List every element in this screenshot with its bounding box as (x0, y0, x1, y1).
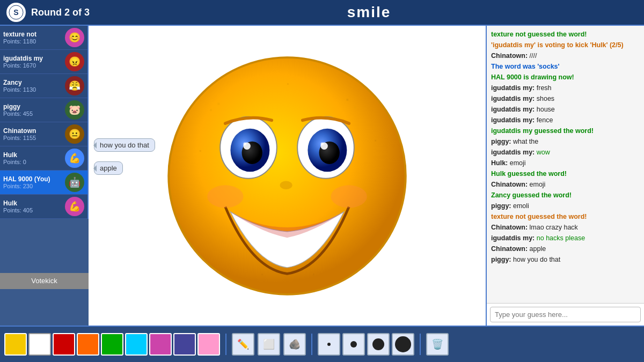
msg-sender: Chinatown: (491, 224, 528, 231)
svg-rect-21 (375, 139, 376, 141)
player-item[interactable]: Hulk Points: 405 💪 (0, 195, 87, 219)
chat-message: igudatdis my: house (491, 104, 640, 115)
avatar: 😠 (65, 52, 84, 71)
svg-rect-3 (210, 109, 212, 111)
brush-size-btn[interactable] (318, 333, 340, 356)
player-name: piggy (3, 103, 63, 110)
player-info: texture not Points: 1180 (3, 31, 63, 45)
svg-point-16 (320, 142, 324, 145)
player-item[interactable]: Zancy Points: 1130 😤 (0, 74, 87, 98)
pencil-tool[interactable]: ✏️ (232, 333, 254, 356)
chat-input[interactable] (490, 307, 641, 322)
chat-message: 'igudatdis my' is voting to kick 'Hulk' … (491, 40, 640, 50)
chat-message: piggy: emoli (491, 201, 640, 211)
player-info: Zancy Points: 1130 (3, 79, 63, 93)
chat-message: igudatdis my: wow (491, 147, 640, 158)
toolbar: ✏️ ⬜ 🪨 🗑️ (0, 326, 644, 362)
canvas-area: how you do that apple (89, 26, 486, 326)
player-points: Points: 230 (3, 183, 63, 189)
svg-rect-4 (217, 102, 219, 105)
svg-rect-5 (354, 106, 356, 108)
player-item[interactable]: igudatdis my Points: 1670 😠 (0, 50, 87, 74)
svg-point-25 (327, 343, 331, 346)
brush-size-btn[interactable] (367, 333, 390, 356)
players-panel: texture not Points: 1180 😊 igudatdis my … (0, 26, 89, 219)
player-name: texture not (3, 31, 63, 38)
player-name: Zancy (3, 79, 63, 86)
svg-point-27 (372, 338, 384, 350)
player-item[interactable]: texture not Points: 1180 😊 (0, 26, 87, 50)
chat-message: Zancy guessed the word! (491, 190, 640, 201)
color-swatch[interactable] (28, 333, 51, 356)
trash-tool[interactable]: 🗑️ (426, 333, 449, 356)
round-info: Round 2 of 3 (31, 7, 90, 18)
color-swatch[interactable] (77, 333, 99, 356)
color-swatch[interactable] (173, 333, 196, 356)
chat-message: Chinatown: //// (491, 50, 640, 61)
chat-bubble-1: how you do that (94, 138, 155, 152)
fill-tool[interactable]: 🪨 (283, 333, 306, 356)
msg-text: how you do that (513, 256, 560, 263)
smiley-drawing (158, 47, 416, 305)
svg-rect-23 (261, 274, 263, 275)
msg-text: lmao crazy hack (530, 224, 578, 231)
player-points: Points: 0 (3, 159, 63, 165)
avatar: 😐 (65, 124, 84, 144)
color-swatch[interactable] (101, 333, 123, 356)
chat-message: igudatdis my: shoes (491, 93, 640, 104)
chat-message: igudatdis my: no hacks please (491, 233, 640, 243)
player-item[interactable]: piggy Points: 455 🐷 (0, 98, 87, 122)
header: S Round 2 of 3 smile (0, 0, 644, 26)
msg-text: fresh (537, 84, 552, 92)
msg-text: no hacks please (537, 234, 585, 242)
chat-message: Chinatown: apple (491, 243, 640, 254)
svg-rect-24 (313, 274, 314, 275)
player-info: Hulk Points: 0 (3, 151, 63, 165)
msg-text: emoji (530, 181, 546, 188)
eraser-tool[interactable]: ⬜ (258, 333, 280, 356)
color-swatch[interactable] (125, 333, 148, 356)
svg-text:S: S (13, 8, 18, 17)
svg-point-26 (350, 341, 357, 348)
chat-message: texture not guessed the word! (491, 29, 640, 40)
svg-rect-22 (287, 83, 289, 85)
color-swatch[interactable] (197, 333, 220, 356)
brush-size-btn[interactable] (342, 333, 365, 356)
msg-sender: igudatdis my: (491, 106, 535, 113)
msg-sender: Chinatown: (491, 245, 528, 253)
player-info: piggy Points: 455 (3, 103, 63, 117)
brush-size-btn[interactable] (392, 333, 414, 356)
chat-message: Chinatown: emoji (491, 179, 640, 190)
color-swatch[interactable] (53, 333, 75, 356)
player-info: Hulk Points: 405 (3, 200, 63, 213)
msg-text: house (537, 106, 555, 113)
player-name: Chinatown (3, 127, 63, 135)
chat-message: Chinatown: lmao crazy hack (491, 222, 640, 233)
player-item[interactable]: Hulk Points: 0 💪 (0, 146, 87, 171)
player-item[interactable]: Chinatown Points: 1155 😐 (0, 122, 87, 146)
msg-sender: igudatdis my: (491, 84, 535, 92)
chat-messages: texture not guessed the word!'igudatdis … (487, 26, 644, 303)
player-points: Points: 1180 (3, 38, 63, 45)
msg-text: emoji (510, 159, 526, 167)
player-points: Points: 1670 (3, 62, 63, 69)
svg-rect-20 (200, 150, 201, 152)
msg-text: apple (530, 245, 546, 253)
chat-message: Hulk guessed the word! (491, 168, 640, 179)
color-swatch[interactable] (4, 333, 27, 356)
avatar: 🐷 (65, 100, 84, 120)
msg-sender: piggy: (491, 138, 511, 145)
msg-text: //// (530, 52, 537, 60)
player-item[interactable]: HAL 9000 (You) Points: 230 🤖 (0, 171, 87, 195)
votekick-button[interactable]: Votekick (0, 273, 89, 289)
msg-sender: igudatdis my: (491, 116, 535, 124)
msg-text: what the (513, 138, 538, 145)
msg-sender: Hulk: (491, 159, 508, 167)
drawing-canvas[interactable]: how you do that apple (89, 26, 486, 326)
color-swatch[interactable] (149, 333, 172, 356)
player-info: igudatdis my Points: 1670 (3, 55, 63, 69)
svg-rect-6 (346, 99, 348, 101)
svg-point-28 (395, 336, 411, 352)
player-info: HAL 9000 (You) Points: 230 (3, 175, 63, 189)
chat-message: The word was 'socks' (491, 61, 640, 72)
